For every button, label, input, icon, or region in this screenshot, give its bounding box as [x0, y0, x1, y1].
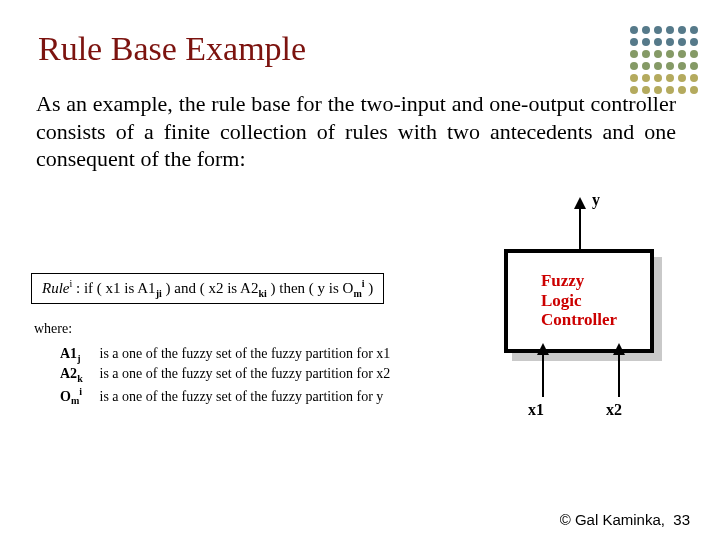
rule-prefix: Rule	[42, 280, 70, 296]
definitions-list: A1j is a one of the fuzzy set of the fuz…	[60, 345, 390, 409]
controller-diagram: y Fuzzy Logic Controller x1 x2	[466, 197, 678, 435]
slide: Rule Base Example As an example, the rul…	[0, 0, 720, 540]
output-label-y: y	[592, 191, 600, 209]
input-label-x2: x2	[606, 401, 622, 419]
controller-box: Fuzzy Logic Controller	[504, 249, 654, 353]
arrow-up-icon	[542, 353, 544, 397]
def-text: is a one of the fuzzy set of the fuzzy p…	[96, 346, 390, 361]
def-sym: A2	[60, 366, 77, 381]
def-text: is a one of the fuzzy set of the fuzzy p…	[96, 389, 383, 404]
where-label: where:	[34, 321, 72, 337]
rule-definition-box: Rulei : if ( x1 is A1ji ) and ( x2 is A2…	[31, 273, 384, 304]
arrow-up-icon	[618, 353, 620, 397]
slide-title: Rule Base Example	[38, 30, 684, 68]
definition-row: A1j is a one of the fuzzy set of the fuz…	[60, 345, 390, 365]
def-sub: j	[77, 352, 80, 363]
copyright-text: © Gal Kaminka,	[560, 511, 665, 528]
arrow-up-icon	[579, 207, 581, 249]
def-sym: O	[60, 389, 71, 404]
decorative-dot-grid	[630, 26, 698, 94]
rule-body: : if ( x1 is A1	[72, 280, 155, 296]
rule-a2-sub: ki	[258, 288, 266, 299]
intro-paragraph: As an example, the rule base for the two…	[36, 90, 676, 173]
def-text: is a one of the fuzzy set of the fuzzy p…	[96, 366, 390, 381]
def-sup: i	[79, 386, 82, 397]
controller-box-label: Fuzzy Logic Controller	[541, 271, 617, 330]
box-line2: Logic	[541, 291, 582, 310]
def-sub: k	[77, 373, 83, 384]
def-sub: m	[71, 396, 79, 407]
box-line3: Controller	[541, 310, 617, 329]
definition-row: Omi is a one of the fuzzy set of the fuz…	[60, 385, 390, 408]
def-sym: A1	[60, 346, 77, 361]
box-line1: Fuzzy	[541, 271, 584, 290]
rule-o-sub: m	[353, 288, 361, 299]
input-label-x1: x1	[528, 401, 544, 419]
rule-mid1: ) and ( x2 is A2	[162, 280, 259, 296]
definition-row: A2k is a one of the fuzzy set of the fuz…	[60, 365, 390, 385]
rule-mid2: ) then ( y is O	[267, 280, 354, 296]
content-area: Rulei : if ( x1 is A1ji ) and ( x2 is A2…	[36, 233, 684, 463]
footer: © Gal Kaminka, 33	[560, 511, 690, 528]
page-number: 33	[673, 511, 690, 528]
rule-end: )	[365, 280, 374, 296]
